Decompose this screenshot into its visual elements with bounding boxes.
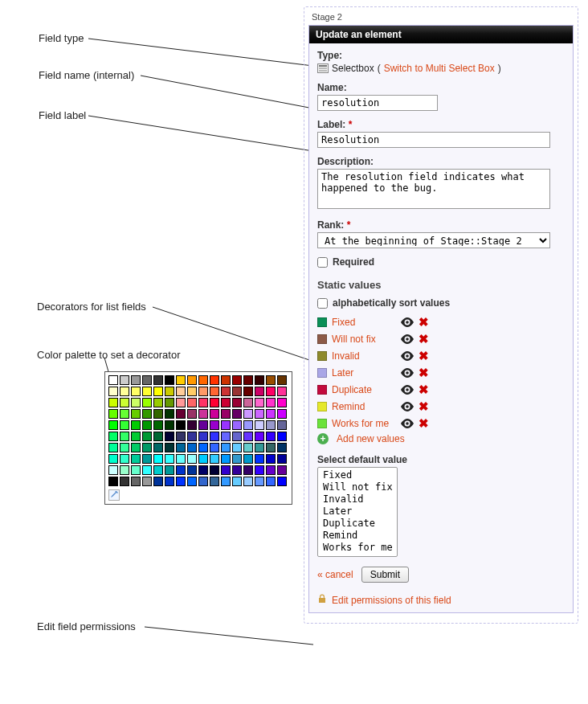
- palette-swatch[interactable]: [255, 409, 264, 419]
- color-swatch[interactable]: [317, 368, 327, 378]
- palette-swatch[interactable]: [142, 375, 152, 385]
- palette-swatch[interactable]: [221, 454, 231, 464]
- palette-swatch[interactable]: [153, 465, 163, 475]
- palette-swatch[interactable]: [120, 409, 129, 419]
- default-option[interactable]: Duplicate: [321, 518, 394, 530]
- delete-icon[interactable]: ✖: [419, 416, 429, 431]
- palette-swatch[interactable]: [165, 443, 174, 452]
- palette-swatch[interactable]: [255, 477, 264, 486]
- palette-swatch[interactable]: [176, 465, 186, 475]
- value-name[interactable]: Later: [332, 367, 396, 379]
- palette-swatch[interactable]: [232, 454, 242, 464]
- palette-swatch[interactable]: [108, 420, 118, 430]
- palette-swatch[interactable]: [165, 454, 174, 464]
- required-checkbox[interactable]: [317, 257, 328, 268]
- default-option[interactable]: Later: [321, 505, 394, 518]
- eyedropper-icon[interactable]: [108, 489, 120, 501]
- palette-swatch[interactable]: [210, 443, 219, 452]
- palette-swatch[interactable]: [221, 465, 231, 475]
- palette-swatch[interactable]: [243, 420, 253, 430]
- palette-swatch[interactable]: [266, 375, 276, 385]
- palette-swatch[interactable]: [255, 375, 264, 385]
- palette-swatch[interactable]: [187, 387, 197, 396]
- description-input[interactable]: [317, 169, 550, 209]
- palette-swatch[interactable]: [176, 420, 186, 430]
- palette-swatch[interactable]: [142, 465, 152, 475]
- eye-icon[interactable]: [401, 419, 414, 428]
- default-option[interactable]: Remind: [321, 530, 394, 542]
- palette-swatch[interactable]: [131, 454, 141, 464]
- palette-swatch[interactable]: [210, 387, 219, 396]
- palette-swatch[interactable]: [187, 398, 197, 407]
- palette-swatch[interactable]: [142, 387, 152, 396]
- color-swatch[interactable]: [317, 317, 327, 327]
- palette-swatch[interactable]: [142, 409, 152, 419]
- palette-swatch[interactable]: [277, 409, 287, 419]
- palette-swatch[interactable]: [255, 398, 264, 407]
- palette-swatch[interactable]: [210, 420, 219, 430]
- submit-button[interactable]: Submit: [361, 567, 409, 583]
- palette-swatch[interactable]: [266, 409, 276, 419]
- palette-swatch[interactable]: [120, 465, 129, 475]
- palette-swatch[interactable]: [277, 443, 287, 452]
- palette-swatch[interactable]: [210, 465, 219, 475]
- default-option[interactable]: Fixed: [321, 469, 394, 481]
- palette-swatch[interactable]: [198, 387, 208, 396]
- palette-swatch[interactable]: [165, 420, 174, 430]
- palette-swatch[interactable]: [198, 465, 208, 475]
- palette-swatch[interactable]: [266, 443, 276, 452]
- palette-swatch[interactable]: [153, 398, 163, 407]
- palette-swatch[interactable]: [232, 375, 242, 385]
- palette-swatch[interactable]: [198, 409, 208, 419]
- palette-swatch[interactable]: [232, 465, 242, 475]
- palette-swatch[interactable]: [255, 465, 264, 475]
- palette-swatch[interactable]: [277, 432, 287, 441]
- palette-swatch[interactable]: [266, 432, 276, 441]
- eye-icon[interactable]: [401, 368, 414, 378]
- palette-swatch[interactable]: [266, 398, 276, 407]
- palette-swatch[interactable]: [187, 443, 197, 452]
- palette-swatch[interactable]: [198, 398, 208, 407]
- palette-swatch[interactable]: [221, 432, 231, 441]
- delete-icon[interactable]: ✖: [419, 399, 429, 414]
- palette-swatch[interactable]: [131, 443, 141, 452]
- palette-swatch[interactable]: [108, 454, 118, 464]
- palette-swatch[interactable]: [108, 387, 118, 396]
- palette-swatch[interactable]: [153, 454, 163, 464]
- palette-swatch[interactable]: [255, 443, 264, 452]
- color-swatch[interactable]: [317, 351, 327, 361]
- palette-swatch[interactable]: [131, 420, 141, 430]
- eye-icon[interactable]: [401, 385, 414, 395]
- palette-swatch[interactable]: [153, 477, 163, 486]
- palette-swatch[interactable]: [108, 398, 118, 407]
- palette-swatch[interactable]: [153, 409, 163, 419]
- palette-swatch[interactable]: [176, 454, 186, 464]
- palette-swatch[interactable]: [210, 398, 219, 407]
- palette-swatch[interactable]: [131, 398, 141, 407]
- palette-swatch[interactable]: [176, 387, 186, 396]
- palette-swatch[interactable]: [210, 477, 219, 486]
- eye-icon[interactable]: [401, 351, 414, 361]
- label-input[interactable]: [317, 132, 550, 148]
- palette-swatch[interactable]: [108, 443, 118, 452]
- rank-select[interactable]: At the beginning of Stage::Stage 2: [317, 232, 550, 248]
- palette-swatch[interactable]: [277, 465, 287, 475]
- palette-swatch[interactable]: [142, 398, 152, 407]
- eye-icon[interactable]: [401, 402, 414, 411]
- add-values-link[interactable]: Add new values: [337, 433, 405, 444]
- value-name[interactable]: Invalid: [332, 350, 396, 362]
- palette-swatch[interactable]: [277, 387, 287, 396]
- palette-swatch[interactable]: [131, 465, 141, 475]
- palette-swatch[interactable]: [153, 387, 163, 396]
- palette-swatch[interactable]: [108, 409, 118, 419]
- palette-swatch[interactable]: [221, 387, 231, 396]
- palette-swatch[interactable]: [142, 443, 152, 452]
- palette-swatch[interactable]: [210, 375, 219, 385]
- edit-permissions-link[interactable]: Edit permissions of this field: [332, 595, 451, 606]
- palette-swatch[interactable]: [232, 387, 242, 396]
- palette-swatch[interactable]: [243, 432, 253, 441]
- palette-swatch[interactable]: [243, 443, 253, 452]
- palette-swatch[interactable]: [176, 443, 186, 452]
- palette-swatch[interactable]: [165, 375, 174, 385]
- default-option[interactable]: Will not fix: [321, 481, 394, 493]
